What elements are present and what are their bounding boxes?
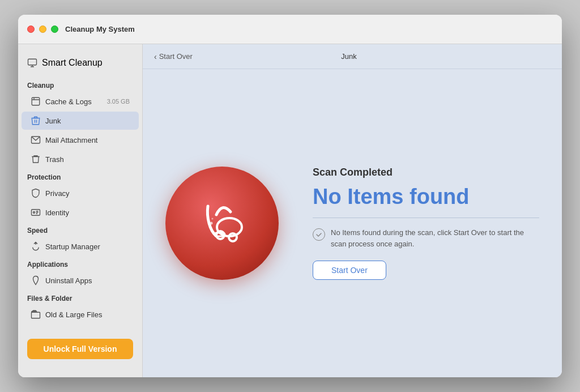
identity-icon [31,207,41,218]
mail-icon [31,135,41,145]
titlebar: Cleanup My System [18,15,562,44]
page-title: Junk [341,52,356,61]
privacy-label: Privacy [45,189,70,198]
sidebar-item-smart-cleanup[interactable]: Smart Cleanup [18,53,142,73]
check-icon [313,228,325,241]
description-text: No Items found during the scan, click St… [331,227,539,249]
chevron-left-icon: ‹ [154,52,157,61]
main-content: Scan Completed No Items found No Items f… [143,69,562,377]
svg-rect-5 [32,312,40,318]
minimize-button[interactable] [39,25,46,33]
uninstall-icon [31,275,41,286]
startup-manager-label: Startup Manager [45,242,100,251]
sidebar-item-trash[interactable]: Trash [22,150,139,168]
result-panel: Scan Completed No Items found No Items f… [313,167,539,280]
content-area: Smart Cleanup Cleanup Cache & Logs 3.05 … [18,44,562,377]
sidebar-item-identity[interactable]: Identity [22,203,139,221]
identity-label: Identity [45,208,69,217]
junk-label: Junk [45,117,61,125]
section-cleanup-label: Cleanup [18,77,142,92]
sidebar-item-mail-attachment[interactable]: Mail Attachment [22,131,139,149]
main-toolbar: ‹ Start Over Junk [143,44,562,69]
vacuum-illustration [165,167,279,280]
monitor-icon [27,58,37,68]
files-icon [31,309,41,319]
sidebar-item-old-large-files[interactable]: Old & Large Files [22,305,139,323]
startup-icon [31,241,41,252]
maximize-button[interactable] [51,25,58,33]
start-over-button[interactable]: Start Over [313,261,386,280]
description-row: No Items found during the scan, click St… [313,227,539,249]
main-area: ‹ Start Over Junk [143,44,562,377]
svg-point-8 [229,233,237,241]
svg-point-12 [212,218,214,220]
mail-attachment-label: Mail Attachment [45,136,98,144]
svg-point-10 [210,222,213,225]
app-title: Cleanup My System [65,25,135,33]
uninstall-apps-label: Uninstall Apps [45,276,92,285]
trash-label: Trash [45,155,64,164]
sidebar-item-privacy[interactable]: Privacy [22,184,139,202]
close-button[interactable] [27,25,35,33]
svg-rect-0 [28,59,37,65]
section-files-label: Files & Folder [18,290,142,305]
junk-icon [31,116,41,126]
old-large-files-label: Old & Large Files [45,310,102,319]
traffic-lights [27,25,58,33]
sidebar-item-uninstall-apps[interactable]: Uninstall Apps [22,271,139,289]
sidebar-item-startup-manager[interactable]: Startup Manager [22,237,139,255]
svg-point-4 [33,212,35,214]
divider [313,218,539,218]
svg-rect-1 [32,97,40,105]
back-button[interactable]: ‹ Start Over [154,52,193,61]
unlock-full-version-button[interactable]: Unlock Full Version [27,339,133,359]
cache-logs-size: 3.05 GB [107,98,130,105]
vacuum-svg [191,192,253,254]
section-protection-label: Protection [18,169,142,184]
app-window: Cleanup My System Smart Cleanup Cleanup [18,15,562,377]
cache-icon [31,96,41,106]
scan-completed-label: Scan Completed [313,167,539,178]
sidebar: Smart Cleanup Cleanup Cache & Logs 3.05 … [18,44,143,377]
smart-cleanup-label: Smart Cleanup [42,58,103,68]
sidebar-bottom: Unlock Full Version [18,330,142,368]
sidebar-item-cache-logs[interactable]: Cache & Logs 3.05 GB [22,92,139,110]
shield-icon [31,188,41,198]
trash-icon [31,154,41,164]
cache-logs-label: Cache & Logs [45,97,92,106]
back-button-label: Start Over [159,52,193,61]
section-speed-label: Speed [18,222,142,237]
svg-point-11 [207,216,209,219]
sidebar-item-junk[interactable]: Junk [22,112,139,130]
no-items-label: No Items found [313,185,539,209]
svg-rect-3 [32,210,40,216]
section-applications-label: Applications [18,256,142,271]
